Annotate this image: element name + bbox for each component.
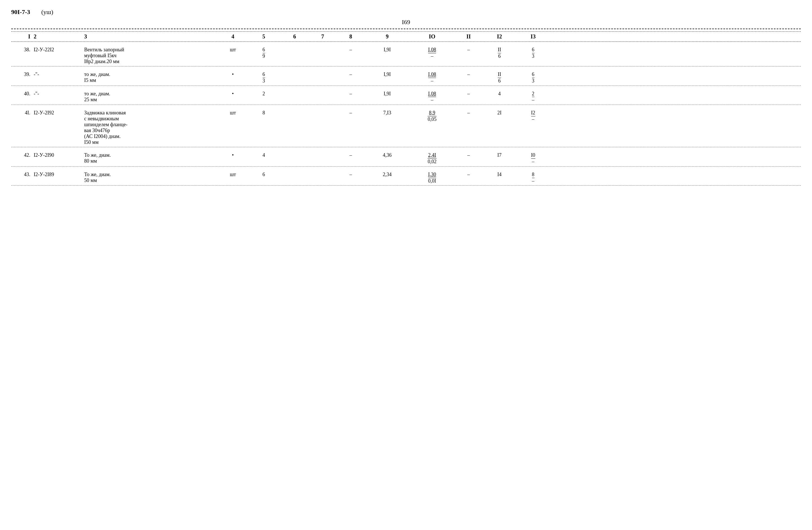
row-col10: I,08–	[410, 47, 454, 59]
row-col11: –	[454, 110, 483, 116]
col-header-10: IO	[410, 33, 454, 40]
row-num: 4I.	[11, 110, 34, 116]
row-unit: шт	[219, 47, 247, 53]
row-col10: 8,90,05	[410, 110, 454, 122]
row-code: I2-У-2I92	[34, 110, 84, 116]
col-header-12: I2	[483, 33, 516, 40]
row-col10: 2,4I0,02	[410, 152, 454, 165]
row-col12: 4	[483, 91, 516, 97]
col-header-7: 7	[309, 33, 337, 40]
row-code: I2-У-2I89	[34, 172, 84, 177]
row-col8: –	[337, 91, 365, 97]
row-col5: 63	[247, 72, 280, 84]
row-code: I2-У-22I2	[34, 47, 84, 53]
row-col11: –	[454, 152, 483, 158]
top-divider	[11, 29, 801, 29]
row-col9: 4,36	[365, 152, 410, 158]
table-row: 38. I2-У-22I2 Вентиль запорныймуфтовый I…	[11, 42, 801, 67]
col-header-9: 9	[365, 33, 410, 40]
row-col5: 2	[247, 91, 280, 97]
row-col12: II6	[483, 72, 516, 84]
row-description: то же, диам.25 мм	[84, 91, 219, 103]
row-col11: –	[454, 91, 483, 97]
row-num: 43.	[11, 172, 34, 177]
row-col12: 2I	[483, 110, 516, 116]
row-num: 38.	[11, 47, 34, 53]
row-col9: I,9I	[365, 47, 410, 53]
row-description: То же, диам.80 мм	[84, 152, 219, 164]
row-col8: –	[337, 172, 365, 177]
row-description: Задвижка клиноваяс невыдвижнымшпинделем …	[84, 110, 219, 145]
col-header-13: I3	[516, 33, 550, 40]
col-header-5: 5	[247, 33, 280, 40]
row-col5: 69	[247, 47, 280, 59]
row-col13: 8–	[516, 172, 550, 184]
row-description: Вентиль запорныймуфтовый I5кчI8р2 диам.2…	[84, 47, 219, 64]
row-col9: I,9I	[365, 72, 410, 77]
row-col5: 6	[247, 172, 280, 177]
table-row: 40. -"- то же, диам.25 мм • 2 – I,9I I,0…	[11, 86, 801, 105]
row-col5: 4	[247, 152, 280, 158]
table-row: 4I. I2-У-2I92 Задвижка клиноваяс невыдви…	[11, 105, 801, 147]
row-unit: •	[219, 152, 247, 158]
column-headers: I 2 3 4 5 6 7 8 9 IO II I2 I3	[11, 31, 801, 42]
row-col12: I4	[483, 172, 516, 177]
row-num: 42.	[11, 152, 34, 158]
row-code: I2-У-2I90	[34, 152, 84, 158]
row-unit: •	[219, 72, 247, 77]
row-col13: 2–	[516, 91, 550, 103]
col-header-3: 3	[84, 33, 219, 40]
row-col10: I,08–	[410, 72, 454, 84]
row-col13: 63	[516, 47, 550, 59]
row-col8: –	[337, 47, 365, 53]
row-col10: I,08–	[410, 91, 454, 103]
row-col13: I2–	[516, 110, 550, 122]
row-unit: шт	[219, 172, 247, 177]
row-code: -"-	[34, 72, 84, 77]
row-col11: –	[454, 172, 483, 177]
col-header-6: 6	[280, 33, 309, 40]
row-col13: 63	[516, 72, 550, 84]
col-header-11: II	[454, 33, 483, 40]
row-col11: –	[454, 72, 483, 77]
row-col12: II6	[483, 47, 516, 59]
row-col12: I7	[483, 152, 516, 158]
table-row: 43. I2-У-2I89 То же, диам.50 мм шт 6 – 2…	[11, 166, 801, 186]
row-num: 40.	[11, 91, 34, 97]
table-body: 38. I2-У-22I2 Вентиль запорныймуфтовый I…	[11, 42, 801, 186]
header: 90I-7-3 (уш)	[11, 9, 801, 16]
row-col9: I,9I	[365, 91, 410, 97]
row-col9: 2,34	[365, 172, 410, 177]
row-description: то же, диам.I5 мм	[84, 72, 219, 83]
page-number: I69	[11, 18, 801, 26]
row-col5: 8	[247, 110, 280, 116]
row-col8: –	[337, 72, 365, 77]
row-code: -"-	[34, 91, 84, 97]
doc-type: (уш)	[41, 9, 53, 16]
row-col13: I0–	[516, 152, 550, 165]
row-col9: 7,I3	[365, 110, 410, 116]
table-row: 42. I2-У-2I90 То же, диам.80 мм • 4 – 4,…	[11, 147, 801, 166]
col-header-4: 4	[219, 33, 247, 40]
col-header-1: I	[11, 33, 34, 40]
row-col11: –	[454, 47, 483, 53]
table-row: 39. -"- то же, диам.I5 мм • 63 – I,9I I,…	[11, 67, 801, 86]
row-col10: I,300,0I	[410, 172, 454, 184]
row-col8: –	[337, 152, 365, 158]
col-header-2: 2	[34, 33, 84, 40]
row-description: То же, диам.50 мм	[84, 172, 219, 183]
row-unit: шт	[219, 110, 247, 116]
row-num: 39.	[11, 72, 34, 77]
col-header-8: 8	[337, 33, 365, 40]
row-col8: –	[337, 110, 365, 116]
row-unit: •	[219, 91, 247, 97]
doc-number: 90I-7-3	[11, 9, 30, 16]
